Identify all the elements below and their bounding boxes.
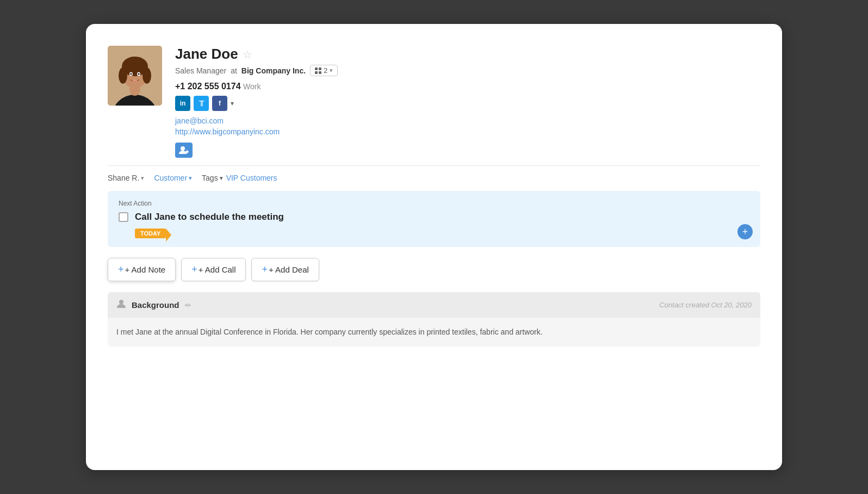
next-action-box: Next Action Call Jane to schedule the me… bbox=[108, 191, 760, 247]
svg-point-11 bbox=[132, 80, 138, 83]
tags-row: Shane R. Customer Tags VIP Customers bbox=[108, 174, 760, 182]
social-row: in 𝕋 f ▾ bbox=[175, 96, 760, 111]
company-count: 2 bbox=[324, 66, 327, 75]
name-row: Jane Doe ☆ bbox=[175, 46, 760, 63]
facebook-btn[interactable]: f bbox=[212, 96, 227, 111]
company-name: Big Company Inc. bbox=[241, 66, 306, 75]
person-icon bbox=[116, 299, 126, 311]
action-buttons: + + Add Note + + Add Call + + Add Deal bbox=[108, 258, 760, 281]
background-text: I met Jane at the annual Digital Confere… bbox=[116, 328, 543, 336]
phone-number: +1 202 555 0174 bbox=[175, 82, 241, 91]
tags-label[interactable]: Tags bbox=[202, 174, 223, 182]
grid-icon bbox=[315, 67, 321, 74]
today-badge: TODAY bbox=[135, 229, 166, 238]
background-header: Background ✏ Contact created Oct 20, 202… bbox=[108, 292, 760, 318]
profile-divider bbox=[108, 165, 760, 166]
next-action-label: Next Action bbox=[119, 200, 749, 207]
svg-point-6 bbox=[142, 67, 151, 84]
background-section: Background ✏ Contact created Oct 20, 202… bbox=[108, 292, 760, 347]
avatar bbox=[108, 46, 162, 106]
background-title: Background bbox=[132, 300, 179, 310]
add-note-button[interactable]: + + Add Note bbox=[108, 258, 176, 281]
twitter-btn[interactable]: 𝕋 bbox=[194, 96, 209, 111]
svg-point-15 bbox=[119, 300, 123, 304]
linkedin-btn[interactable]: in bbox=[175, 96, 190, 111]
next-action-row: Call Jane to schedule the meeting bbox=[119, 212, 749, 223]
background-body: I met Jane at the annual Digital Confere… bbox=[108, 318, 760, 347]
customer-label: Customer bbox=[154, 174, 187, 182]
contact-title: Sales Manager bbox=[175, 66, 226, 75]
profile-info: Jane Doe ☆ Sales Manager at Big Company … bbox=[175, 46, 760, 158]
dropdown-caret: ▾ bbox=[330, 67, 333, 74]
social-dropdown[interactable]: ▾ bbox=[231, 100, 234, 107]
website-link[interactable]: http://www.bigcompanyinc.com bbox=[175, 127, 760, 136]
background-title-row: Background ✏ bbox=[116, 299, 191, 311]
svg-point-12 bbox=[181, 146, 185, 151]
assigned-user-caret bbox=[141, 175, 144, 182]
contact-card: Jane Doe ☆ Sales Manager at Big Company … bbox=[86, 24, 782, 470]
tag-vip[interactable]: VIP Customers bbox=[226, 174, 277, 182]
add-deal-button[interactable]: + + Add Deal bbox=[251, 258, 319, 281]
add-call-button[interactable]: + + Add Call bbox=[181, 258, 246, 281]
at-text: at bbox=[231, 66, 237, 75]
title-row: Sales Manager at Big Company Inc. 2 ▾ bbox=[175, 65, 760, 76]
star-icon[interactable]: ☆ bbox=[243, 48, 252, 61]
phone-row: +1 202 555 0174 Work bbox=[175, 82, 760, 91]
edit-icon[interactable]: ✏ bbox=[185, 301, 191, 310]
svg-point-10 bbox=[138, 73, 140, 75]
profile-section: Jane Doe ☆ Sales Manager at Big Company … bbox=[108, 46, 760, 158]
company-badge[interactable]: 2 ▾ bbox=[310, 65, 338, 76]
tags-text: Tags bbox=[202, 174, 218, 182]
email-link[interactable]: jane@bci.com bbox=[175, 116, 760, 125]
add-action-btn[interactable]: + bbox=[737, 224, 753, 239]
contact-created: Contact created Oct 20, 2020 bbox=[659, 301, 752, 309]
next-action-text: Call Jane to schedule the meeting bbox=[135, 212, 284, 223]
customer-button[interactable]: Customer bbox=[154, 174, 192, 182]
tags-caret bbox=[220, 175, 223, 182]
customer-caret bbox=[189, 175, 192, 182]
add-follower-btn[interactable] bbox=[175, 143, 193, 158]
contact-name: Jane Doe bbox=[175, 46, 238, 63]
assigned-user-label: Shane R. bbox=[108, 174, 139, 182]
svg-point-5 bbox=[119, 67, 127, 84]
phone-label: Work bbox=[243, 82, 261, 91]
today-badge-row: TODAY bbox=[135, 228, 749, 238]
svg-point-9 bbox=[130, 73, 132, 75]
assigned-user[interactable]: Shane R. bbox=[108, 174, 144, 182]
next-action-checkbox[interactable] bbox=[119, 212, 128, 222]
